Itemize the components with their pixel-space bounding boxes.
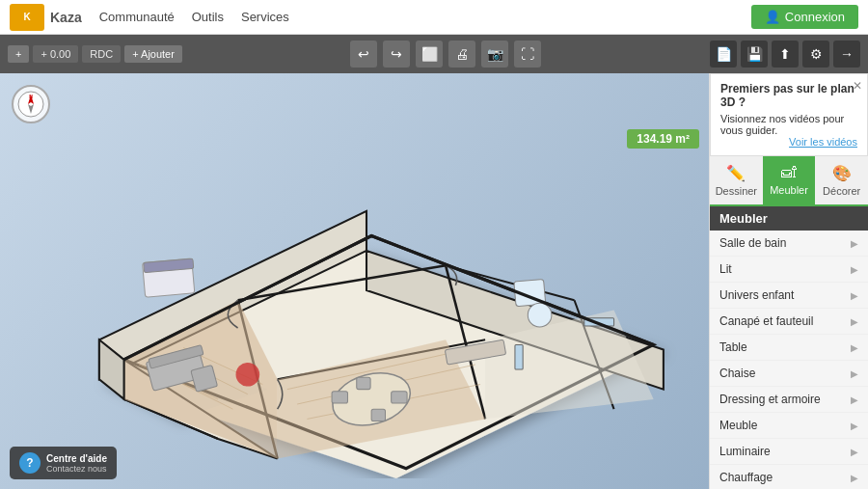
tool-new[interactable]: 📄 bbox=[710, 41, 737, 68]
svg-text:N: N bbox=[29, 94, 33, 99]
tool-redo[interactable]: ↪ bbox=[383, 41, 410, 68]
user-icon: 👤 bbox=[765, 10, 780, 24]
chevron-right-icon: ▶ bbox=[851, 447, 858, 457]
tool-print[interactable]: 🖨 bbox=[448, 41, 475, 68]
section-title: Meubler bbox=[710, 206, 868, 231]
connexion-button[interactable]: 👤 Connexion bbox=[751, 5, 858, 29]
menu-item-3[interactable]: Canapé et fauteuil▶ bbox=[710, 309, 868, 335]
tool-undo[interactable]: ↩ bbox=[350, 41, 377, 68]
area-label: 134.19 m² bbox=[627, 129, 699, 149]
compass: N bbox=[12, 85, 50, 123]
chevron-right-icon: ▶ bbox=[851, 238, 858, 249]
tab-meubler[interactable]: 🛋 Meubler bbox=[763, 156, 816, 204]
side-panel: ✕ Premiers pas sur le plan 3D ? Visionne… bbox=[709, 73, 868, 489]
svg-point-40 bbox=[528, 303, 552, 327]
menu-item-9[interactable]: Chauffage▶ bbox=[710, 465, 868, 489]
toolbar-right: 📄 💾 ⬆ ⚙ → bbox=[710, 41, 860, 68]
tool-camera[interactable]: 📷 bbox=[481, 41, 508, 68]
tool-exit[interactable]: → bbox=[833, 41, 860, 68]
tooltip-link[interactable]: Voir les vidéos bbox=[720, 136, 857, 148]
menu-item-8[interactable]: Luminaire▶ bbox=[710, 439, 868, 465]
svg-rect-43 bbox=[515, 344, 523, 369]
logo: K Kaza bbox=[10, 4, 82, 31]
top-navigation: K Kaza Communauté Outils Services 👤 Conn… bbox=[0, 0, 868, 35]
logo-icon: K bbox=[10, 4, 44, 31]
nav-outils[interactable]: Outils bbox=[192, 10, 224, 24]
tooltip-body: Visionnez nos vidéos pour vous guider. bbox=[720, 113, 857, 136]
sofa-icon: 🛋 bbox=[781, 164, 797, 181]
tool-select[interactable]: ⬜ bbox=[416, 41, 443, 68]
chevron-right-icon: ▶ bbox=[851, 394, 858, 405]
floor-label: RDC bbox=[82, 45, 121, 63]
nav-links: Communauté Outils Services bbox=[99, 10, 289, 24]
menu-item-1[interactable]: Lit▶ bbox=[710, 257, 868, 283]
chevron-right-icon: ▶ bbox=[851, 264, 858, 275]
nav-services[interactable]: Services bbox=[241, 10, 289, 24]
canvas-area[interactable]: N 134.19 m² bbox=[0, 73, 709, 489]
chevron-right-icon: ▶ bbox=[851, 368, 858, 379]
menu-item-6[interactable]: Dressing et armoire▶ bbox=[710, 387, 868, 413]
svg-rect-35 bbox=[371, 409, 385, 421]
svg-rect-34 bbox=[357, 377, 370, 389]
svg-point-41 bbox=[236, 363, 260, 387]
chevron-right-icon: ▶ bbox=[851, 421, 858, 431]
add-floor-button[interactable]: + Ajouter bbox=[124, 45, 182, 63]
nav-communaute[interactable]: Communauté bbox=[99, 10, 175, 24]
level-value: + 0.00 bbox=[33, 45, 78, 63]
help-text: Centre d'aide Contactez nous bbox=[46, 453, 107, 474]
tab-dessiner[interactable]: ✏️ Dessiner bbox=[710, 156, 763, 204]
tooltip-close[interactable]: ✕ bbox=[853, 79, 862, 93]
mode-tabs: ✏️ Dessiner 🛋 Meubler 🎨 Décorer bbox=[710, 156, 868, 206]
toolbar: + + 0.00 RDC + Ajouter ↩ ↪ ⬜ 🖨 📷 ⛶ 📄 💾 ⬆… bbox=[0, 35, 868, 73]
floorplan bbox=[19, 102, 709, 478]
chevron-right-icon: ▶ bbox=[851, 316, 858, 327]
menu-item-0[interactable]: Salle de bain▶ bbox=[710, 231, 868, 257]
tab-decorer[interactable]: 🎨 Décorer bbox=[815, 156, 868, 204]
tooltip-title: Premiers pas sur le plan 3D ? bbox=[720, 82, 857, 109]
svg-rect-32 bbox=[332, 392, 347, 403]
chevron-right-icon: ▶ bbox=[851, 342, 858, 353]
toolbar-center: ↩ ↪ ⬜ 🖨 📷 ⛶ bbox=[186, 41, 706, 68]
help-badge[interactable]: ? Centre d'aide Contactez nous bbox=[10, 447, 117, 479]
svg-rect-33 bbox=[392, 392, 407, 403]
chevron-right-icon: ▶ bbox=[851, 290, 858, 301]
toolbar-left: + + 0.00 RDC + Ajouter bbox=[8, 45, 182, 63]
menu-list: Salle de bain▶Lit▶Univers enfant▶Canapé … bbox=[710, 231, 868, 489]
help-icon: ? bbox=[19, 452, 41, 474]
menu-item-5[interactable]: Chaise▶ bbox=[710, 361, 868, 387]
paint-icon: 🎨 bbox=[832, 164, 852, 182]
logo-text: Kaza bbox=[50, 10, 82, 25]
menu-item-2[interactable]: Univers enfant▶ bbox=[710, 283, 868, 309]
main-area: N 134.19 m² bbox=[0, 73, 868, 489]
level-up-button[interactable]: + bbox=[8, 45, 29, 63]
tool-share[interactable]: ⬆ bbox=[772, 41, 799, 68]
tool-save[interactable]: 💾 bbox=[741, 41, 768, 68]
chevron-right-icon: ▶ bbox=[851, 473, 858, 483]
menu-item-4[interactable]: Table▶ bbox=[710, 335, 868, 361]
menu-item-7[interactable]: Meuble▶ bbox=[710, 413, 868, 439]
pencil-icon: ✏️ bbox=[726, 164, 746, 182]
tooltip-box: ✕ Premiers pas sur le plan 3D ? Visionne… bbox=[710, 73, 868, 156]
tool-fullscreen[interactable]: ⛶ bbox=[514, 41, 541, 68]
tool-settings[interactable]: ⚙ bbox=[802, 41, 829, 68]
